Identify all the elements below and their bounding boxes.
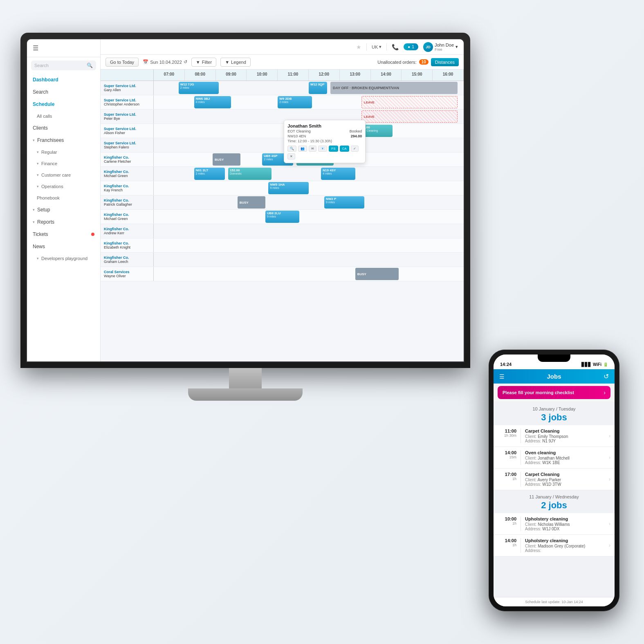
- time-13: 13:00: [340, 70, 371, 81]
- sidebar-item-setup[interactable]: ▾ Setup: [27, 204, 100, 216]
- tooltip-close-btn[interactable]: ✕: [287, 153, 295, 159]
- distances-button[interactable]: Distances: [431, 58, 459, 66]
- time-15: 15:00: [402, 70, 433, 81]
- tooltip-search-btn[interactable]: 🔍: [287, 146, 296, 152]
- job-block[interactable]: UB8 2LU 9 miles: [265, 211, 299, 223]
- job-chevron-icon: ›: [609, 455, 610, 460]
- sidebar-item-franchisees[interactable]: ▾ Franchisees: [27, 134, 100, 146]
- job-block[interactable]: W9 2DB 2 miles: [278, 96, 312, 108]
- tooltip-email-btn[interactable]: 📧: [318, 146, 327, 152]
- time-07: 07:00: [154, 70, 185, 81]
- job-block[interactable]: NW2 P 9 miles: [324, 196, 365, 209]
- row-name: Michael Green: [104, 217, 150, 221]
- phone-app-header: ☰ Jobs ↺: [494, 369, 615, 384]
- row-slots-gary: DAY OFF · BROKEN EQUIPMENT/VAN W12 7JG 2…: [154, 81, 464, 95]
- phone-screen: 14:24 ▊▊▊ WiFi 🔋 ☰ Jobs ↺ Please fill yo…: [494, 355, 615, 606]
- row-name: Kay French: [104, 188, 150, 192]
- time-10: 10:00: [247, 70, 278, 81]
- hamburger-icon[interactable]: ☰: [33, 44, 38, 52]
- legend-button[interactable]: ▼ Legend: [220, 58, 251, 67]
- phone-refresh-icon[interactable]: ↺: [604, 372, 609, 380]
- row-label-michael: Kingfisher Co. Michael Green: [101, 167, 154, 181]
- row-name: Elizabeth Knight: [104, 245, 150, 249]
- schedule-row-gary-allen: Super Service Ltd. Gary Allen DAY OFF · …: [101, 81, 464, 95]
- sidebar-item-phonebook[interactable]: Phonebook: [27, 192, 100, 204]
- row-slots-elizabeth: [154, 238, 464, 252]
- filter-button[interactable]: ▼ Filter: [191, 58, 216, 67]
- checklist-banner[interactable]: Please fill your morning checklist ›: [498, 386, 610, 399]
- row-slots-graham: [154, 253, 464, 267]
- job-block[interactable]: NW5 1HA 9 miles: [268, 182, 309, 194]
- phone-icon[interactable]: 📞: [392, 44, 399, 50]
- row-name: Patrick Gallagher: [104, 202, 150, 206]
- job-block[interactable]: N01 2LT 2 miles: [194, 168, 225, 180]
- job-time-1: 11:00 1h 30m: [498, 429, 516, 438]
- job-block[interactable]: W12 7JG 2 miles: [179, 82, 219, 94]
- job-block[interactable]: 152.00 Domestic: [228, 168, 272, 180]
- row-label-gary: Super Service Ltd. Gary Allen: [101, 81, 154, 95]
- sidebar-item-regular[interactable]: ▾ Regular: [27, 146, 100, 158]
- job-chevron-icon: ›: [609, 543, 610, 548]
- job-divider: [521, 429, 521, 443]
- job-block[interactable]: N19 4SY 4 miles: [321, 168, 355, 180]
- sidebar-item-dashboard[interactable]: Dashboard: [27, 74, 100, 86]
- tooltip-actions: 🔍 👥 ✉ 📧 FS CA ✓ ✕: [287, 146, 362, 159]
- tooltip-fs-btn[interactable]: FS: [329, 146, 338, 152]
- job-block[interactable]: NW6 3BJ 4 miles: [194, 96, 231, 108]
- tooltip-team-btn[interactable]: 👥: [298, 146, 307, 152]
- sidebar-item-search[interactable]: Search: [27, 86, 100, 98]
- sidebar-item-devplayground[interactable]: ▾ Developers playground: [27, 253, 100, 264]
- sidebar-item-allcalls[interactable]: All calls: [27, 110, 100, 122]
- job-list-item[interactable]: 14:00 15m Oven cleaning Client: Jonathan…: [494, 447, 615, 469]
- job-tooltip: Jonathan Smith EOT Cleaning Booked NW10 …: [284, 120, 366, 163]
- day-header-count-2: 2 jobs: [494, 500, 615, 513]
- unallocated-orders: Unallocated orders: 10 Distances: [377, 58, 459, 66]
- sidebar-item-operations[interactable]: ▾ Operations: [27, 181, 100, 192]
- star-icon[interactable]: ★: [356, 44, 361, 50]
- job-list-item[interactable]: 17:00 1h Carpet Cleaning Client: Avery P…: [494, 469, 615, 490]
- row-label-alison: Super Service Ltd. Alison Fisher: [101, 124, 154, 138]
- sidebar-item-reports[interactable]: ▾ Reports: [27, 216, 100, 228]
- sidebar-item-news[interactable]: News: [27, 240, 100, 253]
- unallocated-count: 10: [419, 59, 429, 65]
- day-header-date-1: 10 January / Tuesday: [494, 404, 615, 412]
- phone-status-icons: ▊▊▊ WiFi 🔋: [581, 362, 608, 367]
- refresh-icon[interactable]: ↺: [184, 59, 187, 65]
- region-selector[interactable]: UK ▾: [372, 44, 381, 49]
- schedule-row-christopher: Super Service Ltd. Christopher Anderson …: [101, 95, 464, 110]
- schedule-row-stephen: Super Service Ltd. Stephen Falero: [101, 138, 464, 153]
- job-chevron-icon: ›: [609, 433, 610, 439]
- row-slots-michael2: UB8 2LU 9 miles: [154, 210, 464, 224]
- user-avatar: JD: [423, 42, 433, 52]
- row-company: Super Service Ltd.: [104, 112, 150, 117]
- sidebar-item-customercare[interactable]: ▾ Customer care: [27, 169, 100, 181]
- sidebar-item-schedule[interactable]: Schedule: [27, 98, 100, 110]
- job-details-3: Carpet Cleaning Client: Avery Parker Add…: [525, 472, 606, 487]
- battery-icon: 🔋: [603, 362, 608, 367]
- job-block[interactable]: W12 0QP: [309, 82, 327, 94]
- sidebar-item-tickets[interactable]: Tickets: [27, 228, 100, 240]
- row-company: Kingfisher Co.: [104, 155, 150, 159]
- tooltip-name: Jonathan Smith: [287, 123, 362, 128]
- job-list-item[interactable]: 11:00 1h 30m Carpet Cleaning Client: Emi…: [494, 425, 615, 447]
- tooltip-check-btn[interactable]: ✓: [351, 146, 359, 152]
- job-list-item[interactable]: 14:00 1h Upholstery cleaning Client: Mad…: [494, 535, 615, 556]
- job-divider: [521, 450, 521, 465]
- sidebar-item-finance[interactable]: ▾ Finance: [27, 158, 100, 169]
- job-list-item[interactable]: 10:00 1h Upholstery cleaning Client: Nic…: [494, 513, 615, 535]
- leave-block: LEAVE: [361, 110, 458, 123]
- phone-menu-icon[interactable]: ☰: [499, 373, 505, 380]
- tooltip-msg-btn[interactable]: ✉: [309, 146, 316, 152]
- toggle-button[interactable]: ● 1: [404, 43, 418, 50]
- checklist-arrow-icon: ›: [604, 389, 606, 396]
- mobile-phone: 14:24 ▊▊▊ WiFi 🔋 ☰ Jobs ↺ Please fill yo…: [489, 350, 619, 611]
- main-content: ★ UK ▾ 📞 ● 1 JD John Doe: [101, 39, 464, 361]
- phone-notch: [538, 355, 570, 362]
- sidebar-nav: Dashboard Search Schedule All calls Clie…: [27, 74, 100, 361]
- user-info[interactable]: JD John Doe Free ▾: [423, 42, 458, 52]
- sidebar-item-clients[interactable]: Clients: [27, 122, 100, 134]
- search-bar[interactable]: Search 🔍: [31, 61, 96, 70]
- go-today-button[interactable]: Go to Today: [105, 58, 139, 67]
- row-name: Christopher Anderson: [104, 102, 150, 106]
- tooltip-ca-btn[interactable]: CA: [340, 146, 349, 152]
